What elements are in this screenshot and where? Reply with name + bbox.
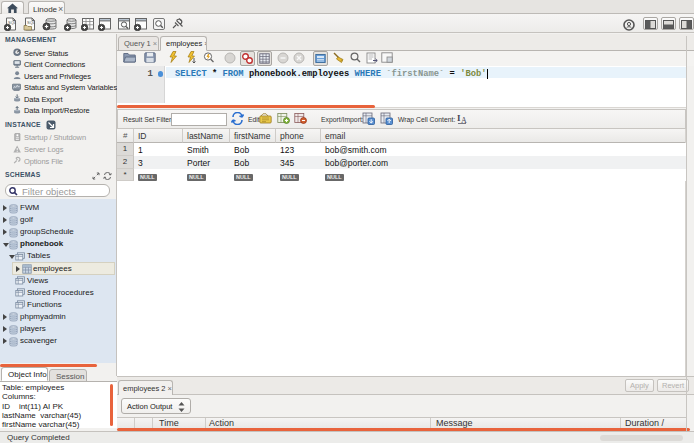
svg-text:SQL: SQL xyxy=(8,20,17,25)
svg-text:A: A xyxy=(461,116,467,124)
svg-text:SQL: SQL xyxy=(27,20,36,25)
